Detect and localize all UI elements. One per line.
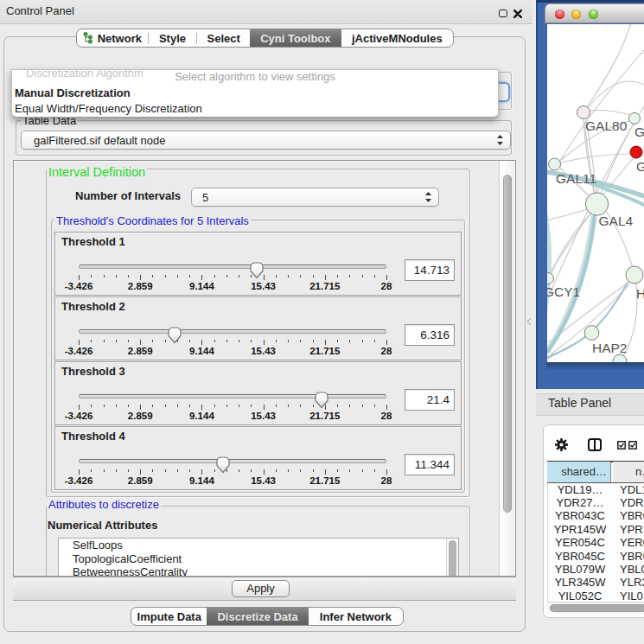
svg-text:GAL4: GAL4 [599, 214, 634, 228]
svg-text:G.: G. [634, 124, 644, 139]
svg-text:HAP2: HAP2 [592, 341, 628, 355]
svg-text:H: H [636, 286, 644, 301]
svg-text:G: G [636, 159, 644, 174]
svg-text:GAL80: GAL80 [585, 118, 628, 133]
svg-text:GAL11: GAL11 [556, 171, 596, 186]
svg-text:GCY1: GCY1 [547, 284, 580, 299]
